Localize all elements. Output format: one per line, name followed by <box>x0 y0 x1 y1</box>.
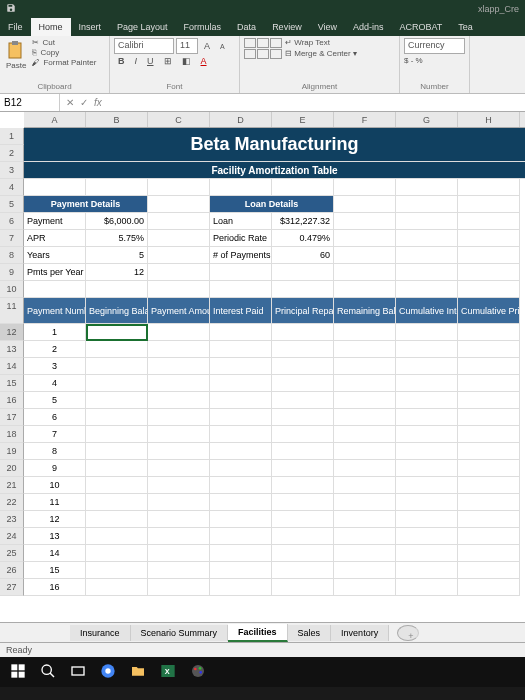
row-21[interactable]: 21 <box>0 477 24 494</box>
cell[interactable]: 16 <box>24 579 86 596</box>
cell[interactable]: 7 <box>24 426 86 443</box>
font-name-select[interactable]: Calibri <box>114 38 174 54</box>
row-1[interactable]: 1 <box>0 128 24 145</box>
row-22[interactable]: 22 <box>0 494 24 511</box>
cell[interactable] <box>396 324 458 341</box>
cell[interactable] <box>458 579 520 596</box>
cell[interactable] <box>396 460 458 477</box>
row-2[interactable]: 2 <box>0 145 24 162</box>
cell[interactable] <box>210 477 272 494</box>
row-23[interactable]: 23 <box>0 511 24 528</box>
col-H[interactable]: H <box>458 112 520 127</box>
fx-icon[interactable]: fx <box>94 97 102 108</box>
cell[interactable]: # of Payments <box>210 247 272 264</box>
cell[interactable] <box>210 494 272 511</box>
cell[interactable] <box>272 460 334 477</box>
cell[interactable] <box>148 375 210 392</box>
cell[interactable] <box>210 375 272 392</box>
col-B[interactable]: B <box>86 112 148 127</box>
cell[interactable] <box>272 477 334 494</box>
cancel-icon[interactable]: ✕ <box>66 97 74 108</box>
cell[interactable] <box>86 443 148 460</box>
cell[interactable]: 14 <box>24 545 86 562</box>
cell[interactable] <box>334 358 396 375</box>
cell[interactable] <box>86 511 148 528</box>
cell[interactable] <box>210 341 272 358</box>
cell[interactable] <box>148 409 210 426</box>
cell[interactable] <box>86 324 148 341</box>
row-19[interactable]: 19 <box>0 443 24 460</box>
tab-facilities[interactable]: Facilities <box>228 624 288 642</box>
cell[interactable]: 13 <box>24 528 86 545</box>
col-A[interactable]: A <box>24 112 86 127</box>
cell[interactable] <box>396 426 458 443</box>
cell[interactable] <box>148 477 210 494</box>
row-8[interactable]: 8 <box>0 247 24 264</box>
cell[interactable] <box>210 545 272 562</box>
cell[interactable] <box>458 511 520 528</box>
font-size-select[interactable]: 11 <box>176 38 198 54</box>
tab-home[interactable]: Home <box>31 18 71 36</box>
tab-acrobat[interactable]: ACROBAT <box>392 18 451 36</box>
row-4[interactable]: 4 <box>0 179 24 196</box>
cell[interactable] <box>148 426 210 443</box>
cell[interactable] <box>86 341 148 358</box>
cell[interactable]: Periodic Rate <box>210 230 272 247</box>
cell[interactable] <box>272 375 334 392</box>
row-9[interactable]: 9 <box>0 264 24 281</box>
cell[interactable] <box>396 562 458 579</box>
cell[interactable] <box>210 562 272 579</box>
fill-color-button[interactable]: ◧ <box>178 54 195 68</box>
bold-button[interactable]: B <box>114 54 129 68</box>
cell[interactable] <box>458 494 520 511</box>
cell[interactable] <box>334 409 396 426</box>
cell[interactable] <box>86 477 148 494</box>
shrink-font-button[interactable]: A <box>216 41 229 52</box>
underline-button[interactable]: U <box>143 54 158 68</box>
col-D[interactable]: D <box>210 112 272 127</box>
cell[interactable] <box>396 358 458 375</box>
cell[interactable]: 3 <box>24 358 86 375</box>
cell[interactable] <box>396 528 458 545</box>
paste-button[interactable]: Paste <box>4 38 28 72</box>
tab-inventory[interactable]: Inventory <box>331 625 389 641</box>
search-icon[interactable] <box>40 663 56 681</box>
align-buttons[interactable] <box>244 38 282 59</box>
cell[interactable] <box>148 358 210 375</box>
paint-icon[interactable] <box>190 663 206 681</box>
cell[interactable] <box>334 494 396 511</box>
tab-page-layout[interactable]: Page Layout <box>109 18 176 36</box>
col-G[interactable]: G <box>396 112 458 127</box>
row-3[interactable]: 3 <box>0 162 24 179</box>
cell[interactable] <box>458 443 520 460</box>
cell[interactable] <box>86 494 148 511</box>
tab-scenario-summary[interactable]: Scenario Summary <box>131 625 229 641</box>
chrome-icon[interactable] <box>100 663 116 681</box>
grid[interactable]: Beta Manufacturing Facility Amortization… <box>24 128 525 596</box>
cell[interactable] <box>86 562 148 579</box>
excel-taskbar-icon[interactable]: X <box>160 663 176 681</box>
cell[interactable]: 11 <box>24 494 86 511</box>
cell[interactable]: 5.75% <box>86 230 148 247</box>
merge-center-button[interactable]: ⊟ Merge & Center ▾ <box>285 49 357 58</box>
cell[interactable] <box>148 392 210 409</box>
cut-button[interactable]: ✂Cut <box>32 38 96 47</box>
col-C[interactable]: C <box>148 112 210 127</box>
font-color-button[interactable]: A <box>197 54 211 68</box>
cell[interactable] <box>334 562 396 579</box>
italic-button[interactable]: I <box>131 54 142 68</box>
cell[interactable] <box>334 477 396 494</box>
cell[interactable]: APR <box>24 230 86 247</box>
cell[interactable]: 60 <box>272 247 334 264</box>
cell[interactable] <box>334 511 396 528</box>
cell[interactable] <box>148 545 210 562</box>
cell[interactable] <box>458 375 520 392</box>
cell[interactable]: 5 <box>24 392 86 409</box>
cell[interactable] <box>334 460 396 477</box>
row-15[interactable]: 15 <box>0 375 24 392</box>
cell[interactable]: 12 <box>86 264 148 281</box>
tab-file[interactable]: File <box>0 18 31 36</box>
cell[interactable] <box>334 528 396 545</box>
cell[interactable] <box>396 375 458 392</box>
cell[interactable] <box>148 341 210 358</box>
